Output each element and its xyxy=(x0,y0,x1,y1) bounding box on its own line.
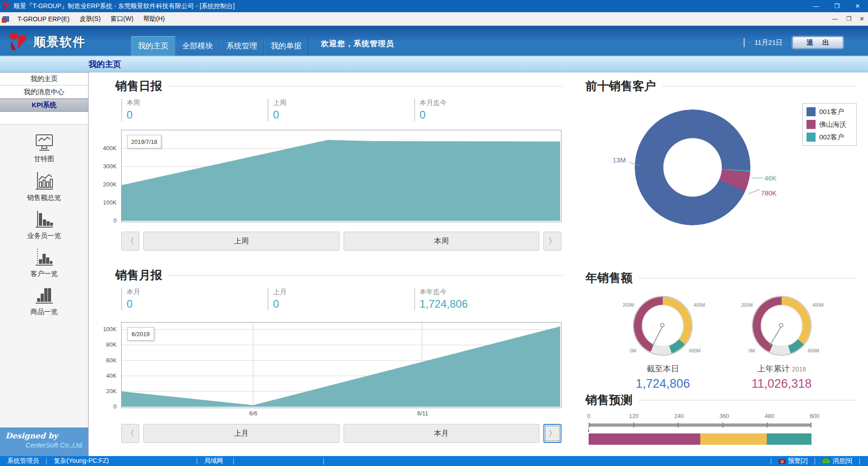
daily-report-title: 销售日报 xyxy=(115,78,162,94)
menu-tgroup-erp[interactable]: T-GROUP ERP(E) xyxy=(13,14,75,24)
kpi-item-label: 甘特图 xyxy=(34,155,54,163)
stat-label: 上月 xyxy=(273,288,414,296)
gauge-needle-hub xyxy=(779,323,783,328)
stat-value: 0 xyxy=(273,109,414,121)
kpi-item-sales-overview[interactable]: 销售额总览 xyxy=(8,169,80,204)
logout-button[interactable]: 退 出 xyxy=(793,37,843,48)
status-separator xyxy=(197,458,197,465)
divider xyxy=(639,278,856,278)
window-close-button[interactable]: ✕ xyxy=(847,0,868,12)
gauge-scale-0m: 0M xyxy=(749,348,755,353)
status-alerts[interactable]: 预警[2] xyxy=(777,457,810,465)
nav-tab-system-management[interactable]: 系统管理 xyxy=(220,36,264,56)
nav-tab-my-home[interactable]: 我的主页 xyxy=(131,36,175,56)
status-messages[interactable]: 消息[9] xyxy=(821,457,854,465)
legend-row-001[interactable]: 001客户 xyxy=(807,107,853,116)
y-tick-label: 20K xyxy=(106,387,117,394)
stat-value: 1,724,806 xyxy=(420,298,561,310)
daily-chart-y-axis: 0100K200K300K400K xyxy=(95,130,118,222)
legend-label: 001客户 xyxy=(819,108,844,116)
forecast-tick-label: 0 xyxy=(587,413,590,419)
kpi-item-salesman-overview[interactable]: 业务员一览 xyxy=(8,208,80,242)
monthly-next-button[interactable]: 〉 xyxy=(543,424,561,443)
stat-last-month: 上月 0 xyxy=(268,288,414,310)
divider xyxy=(662,86,856,86)
donut-label-13m: 13M xyxy=(613,156,626,164)
forecast-tick-label: 480 xyxy=(764,413,774,419)
monthly-stats: 本月 0 上月 0 本年迄今 1,724,806 xyxy=(121,288,561,310)
mdi-close-button[interactable]: ✕ xyxy=(859,15,864,22)
stat-this-week: 本周 0 xyxy=(121,99,268,121)
stat-value: 0 xyxy=(127,109,268,121)
donut-label-46k: 46K xyxy=(764,174,777,182)
legend-swatch-blue xyxy=(807,107,816,116)
welcome-text: 欢迎您，系统管理员 xyxy=(321,38,394,49)
monthly-chart-controls: 〈 上月 本月 〉 xyxy=(121,424,561,443)
forecast-ruler xyxy=(589,423,811,427)
y-tick-label: 100K xyxy=(103,326,117,333)
app-header: 顺景软件 我的主页 全部模块 系统管理 我的单据 欢迎您，系统管理员 11月21… xyxy=(0,26,868,57)
legend-row-002[interactable]: 002客户 xyxy=(807,133,853,142)
window-restore-button[interactable]: ❐ xyxy=(826,0,847,12)
y-tick-label: 100K xyxy=(103,199,117,206)
monthly-this-month-button[interactable]: 本月 xyxy=(344,424,540,443)
gantt-chart-icon xyxy=(34,133,55,152)
daily-this-week-button[interactable]: 本周 xyxy=(344,232,540,251)
active-page-tab[interactable]: 我的主页 xyxy=(89,59,121,70)
annual-sales-title: 年销售额 xyxy=(585,270,632,286)
window-minimize-button[interactable]: — xyxy=(806,0,826,12)
brand: 顺景软件 xyxy=(6,31,86,53)
monthly-report-title: 销售月报 xyxy=(115,267,162,283)
status-host: 复杂(Young-PC:FZ) xyxy=(52,457,111,465)
kpi-item-label: 商品一览 xyxy=(31,308,58,316)
gauge-last-year-value: 11,026,318 xyxy=(751,377,811,391)
kpi-item-customer-overview[interactable]: 客户一览 xyxy=(8,246,80,280)
gauge-scale-0m: 0M xyxy=(630,348,636,353)
menu-bar: T-GROUP ERP(E) 皮肤(S) 窗口(W) 帮助(H) — ❐ ✕ xyxy=(0,12,868,26)
page-tab-strip: 我的主页 xyxy=(0,57,868,72)
stat-label: 本周 xyxy=(127,99,268,107)
mdi-minimize-button[interactable]: — xyxy=(832,15,838,22)
sidebar: 我的主页 我的消息中心 KPI系统 甘特图 xyxy=(0,72,89,456)
kpi-item-gantt[interactable]: 甘特图 xyxy=(8,131,80,165)
gauge-today-dial[interactable]: 200M 400M 0M 600M xyxy=(629,292,697,360)
legend-row-foshan[interactable]: 佛山海沃 xyxy=(807,120,853,129)
monthly-chart-x-axis: 6/66/11 xyxy=(121,410,561,418)
x-tick-label: 6/11 xyxy=(417,410,428,417)
nav-tab-my-documents[interactable]: 我的单据 xyxy=(264,36,308,56)
forecast-stacked-bar[interactable] xyxy=(589,433,811,445)
stat-value: 0 xyxy=(127,298,268,310)
menu-window[interactable]: 窗口(W) xyxy=(106,13,139,25)
mdi-restore-button[interactable]: ❐ xyxy=(846,15,851,22)
y-tick-label: 60K xyxy=(106,357,117,363)
top-customers-donut-chart[interactable] xyxy=(635,109,750,225)
designed-by-line1: Designed by xyxy=(5,431,84,440)
kpi-item-product-overview[interactable]: 商品一览 xyxy=(8,284,80,318)
status-separator xyxy=(46,458,47,465)
y-tick-label: 300K xyxy=(103,163,117,170)
sidebar-item-message-center[interactable]: 我的消息中心 xyxy=(0,86,88,99)
daily-prev-button[interactable]: 〈 xyxy=(121,232,139,251)
brand-logo-icon xyxy=(6,31,30,53)
monthly-prev-button[interactable]: 〈 xyxy=(121,424,139,443)
gauge-last-year: 200M 400M 0M 600M 上年累计 2018 11,026,318 xyxy=(734,292,829,391)
customer-chart-icon xyxy=(34,248,55,267)
legend-swatch-magenta xyxy=(807,120,816,129)
monthly-last-month-button[interactable]: 上月 xyxy=(143,424,340,443)
daily-last-week-button[interactable]: 上周 xyxy=(143,232,340,251)
menu-help[interactable]: 帮助(H) xyxy=(138,13,170,25)
stat-last-week: 上周 0 xyxy=(268,99,414,121)
daily-sales-area-chart[interactable]: 2019/7/18 xyxy=(121,130,561,222)
sidebar-item-my-home[interactable]: 我的主页 xyxy=(0,72,88,86)
sidebar-item-kpi-system[interactable]: KPI系统 xyxy=(0,99,88,112)
daily-next-button[interactable]: 〉 xyxy=(543,232,561,251)
nav-tab-all-modules[interactable]: 全部模块 xyxy=(175,36,220,56)
annual-sales-header: 年销售额 xyxy=(585,270,856,286)
gauge-last-year-dial[interactable]: 200M 400M 0M 600M xyxy=(748,292,816,360)
menu-skin[interactable]: 皮肤(S) xyxy=(75,13,106,25)
top-customers-donut-panel: 13M 46K 780K 001客户 佛山海沃 002客户 xyxy=(585,95,859,269)
legend-label: 002客户 xyxy=(819,133,844,142)
status-separator xyxy=(859,458,860,465)
monthly-sales-area-chart[interactable]: 6/2019 xyxy=(121,322,561,408)
main-right-column: 前十销售客户 13M 46K 780K 001客户 佛山海沃 xyxy=(585,75,859,455)
